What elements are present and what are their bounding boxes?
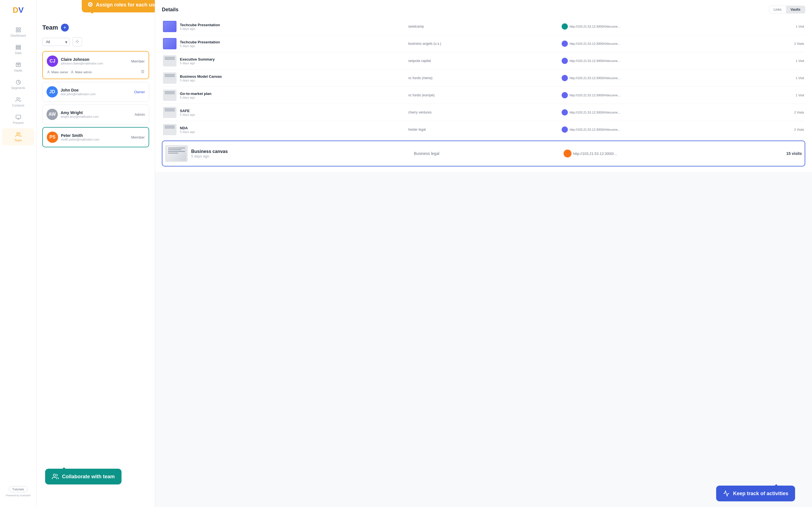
svg-rect-1 [18, 28, 20, 30]
doc-company-1: seedcamp [408, 24, 558, 29]
doc-info-7: NDA 5 days ago [180, 126, 405, 133]
contacts-icon [15, 97, 21, 103]
doc-info-4: Business Model Canvas 5 days ago [180, 74, 405, 82]
member-card-claire: CJ Claire Johnson johnson.claire@mailina… [42, 51, 149, 79]
doc-link-7: http://103.21.53.12:3000/#/docume... [569, 128, 620, 131]
doc-name-4: Business Model Canvas [180, 74, 405, 78]
content-area: ⚙ Assign roles for each user Team + All … [37, 0, 812, 507]
sidebar-item-data[interactable]: Data [2, 41, 34, 58]
sidebar-item-contacts[interactable]: Contacts [2, 94, 34, 110]
doc-info-6: SAFE 5 days ago [180, 109, 405, 116]
doc-link-wrap-2: http://103.21.53.12:3000/#/docume... [562, 41, 786, 47]
doc-visits-highlighted: 15 visits [786, 151, 802, 156]
assign-icon: ⚙ [87, 1, 93, 8]
sidebar-item-segments[interactable]: Segments [2, 76, 34, 93]
tutorials-button[interactable]: Tutorials [9, 486, 28, 492]
filter-select-wrap: All Members Owners Admins [42, 38, 70, 46]
tab-vaults[interactable]: Vaults [786, 6, 805, 13]
svg-point-17 [17, 133, 18, 135]
doc-date-7: 5 days ago [180, 130, 405, 133]
doc-link-wrap-4: http://103.21.53.12:3000/#/docume... [562, 75, 786, 81]
team-header: Team + [42, 24, 149, 32]
svg-point-13 [17, 98, 18, 100]
doc-visits-7: 2 Visits [790, 128, 804, 131]
sidebar-item-dashboard[interactable]: Dashboard [2, 24, 34, 41]
member-info-peter: Peter Smith smith.peter@mailinator.com [61, 133, 128, 141]
member-email-claire: johnson.claire@mailinator.com [61, 62, 128, 65]
sidebar-item-contacts-label: Contacts [12, 104, 24, 107]
member-role-amy: Admin [135, 112, 145, 117]
link-avatar-highlighted [564, 150, 571, 158]
doc-link-6: http://103.21.53.12:3000/#/docume... [569, 111, 620, 114]
data-icon [15, 45, 21, 50]
doc-link-3: http://103.21.53.12:3000/#/docume... [569, 59, 620, 62]
tooltip-track-text: Keep track of activities [733, 491, 788, 497]
tab-group: Links Vaults [769, 6, 805, 13]
details-row-4: Business Model Canvas 5 days ago vc fund… [162, 69, 805, 87]
member-card-john: JD John Doe doe.john@mailinator.com Owne… [42, 82, 149, 102]
details-rows: Techcube Presentation 5 days ago seedcam… [162, 18, 805, 166]
doc-company-5: vc funds (europe) [408, 93, 558, 97]
make-admin-link[interactable]: Make admin [70, 70, 92, 74]
member-role-claire: Member [131, 59, 145, 63]
member-role-john: Owner [134, 90, 145, 94]
doc-company-7: hester legal [408, 128, 558, 131]
doc-name-2: Techcube Presentation [180, 40, 405, 44]
tab-links[interactable]: Links [769, 6, 786, 13]
app-logo: DV [13, 6, 24, 15]
sidebar-item-team[interactable]: Team [2, 128, 34, 145]
doc-date-highlighted: 5 days ago [191, 154, 410, 158]
svg-rect-14 [16, 115, 20, 119]
sidebar-item-vaults-label: Vaults [14, 69, 22, 72]
link-avatar-2 [562, 41, 568, 47]
details-row-7: NDA 5 days ago hester legal http://103.2… [162, 121, 805, 138]
doc-name-1: Techcube Presentation [180, 23, 405, 27]
sidebar-item-dashboard-label: Dashboard [11, 34, 26, 37]
team-icon [15, 132, 21, 137]
make-owner-link[interactable]: Make owner [47, 70, 68, 74]
member-email-peter: smith.peter@mailinator.com [61, 138, 128, 141]
right-panel-wrapper: Details Links Vaults Techcube Prese [155, 0, 812, 507]
doc-date-3: 5 days ago [180, 61, 405, 65]
tooltip-collaborate: Collaborate with team [45, 469, 121, 485]
tooltip-assign-roles: ⚙ Assign roles for each user [82, 0, 155, 12]
details-panel: Details Links Vaults Techcube Prese [155, 0, 812, 172]
team-panel: ⚙ Assign roles for each user Team + All … [37, 0, 155, 507]
sidebar-item-present[interactable]: Present [2, 111, 34, 128]
details-row-6: SAFE 5 days ago cherry ventures http://1… [162, 104, 805, 121]
doc-visits-2: 2 Visits [790, 42, 804, 45]
doc-thumb-highlighted [165, 145, 188, 162]
add-member-button[interactable]: + [61, 24, 69, 32]
svg-rect-4 [16, 45, 20, 46]
doc-name-3: Executive Summary [180, 57, 405, 61]
collaborate-icon [52, 473, 59, 480]
link-avatar-4 [562, 75, 568, 81]
doc-thumb-3 [163, 55, 176, 66]
doc-info-3: Executive Summary 5 days ago [180, 57, 405, 65]
avatar-amy: AW [47, 109, 58, 120]
doc-visits-1: 1 Visit [790, 25, 804, 28]
member-filter-select[interactable]: All Members Owners Admins [42, 38, 70, 46]
avatar-peter: PS [47, 131, 58, 143]
sidebar-item-data-label: Data [15, 51, 21, 55]
doc-thumb-1 [163, 21, 176, 32]
doc-name-highlighted: Business canvas [191, 149, 410, 154]
nav-menu: Dashboard Data Vaults Segments Contacts … [0, 23, 36, 146]
doc-name-6: SAFE [180, 109, 405, 113]
doc-visits-5: 1 Visit [790, 94, 804, 97]
doc-date-1: 5 days ago [180, 27, 405, 31]
details-row-5: Go-to-market plan 5 days ago vc funds (e… [162, 87, 805, 104]
member-actions-claire: Make owner Make admin [47, 69, 145, 75]
member-name-claire: Claire Johnson [61, 57, 128, 62]
delete-member-claire[interactable] [141, 69, 145, 75]
sidebar-item-vaults[interactable]: Vaults [2, 59, 34, 75]
doc-visits-3: 1 Visit [790, 59, 804, 62]
doc-link-wrap-7: http://103.21.53.12:3000/#/docume... [562, 126, 786, 133]
member-name-john: John Doe [61, 88, 132, 93]
doc-link-wrap-6: http://103.21.53.12:3000/#/docume... [562, 109, 786, 115]
present-icon [15, 114, 21, 120]
collapse-button[interactable] [72, 37, 82, 47]
link-avatar-3 [562, 58, 568, 64]
doc-company-highlighted: Business legal [414, 151, 560, 156]
sidebar-item-segments-label: Segments [11, 86, 26, 90]
